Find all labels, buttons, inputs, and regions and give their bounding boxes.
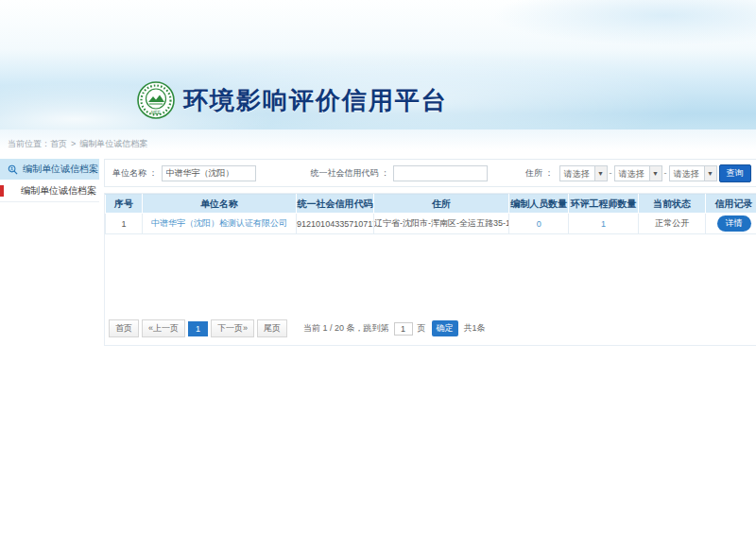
- cell-address: 辽宁省-沈阳市-浑南区-全运五路35-1号楼902: [374, 214, 509, 234]
- credit-code-input[interactable]: [393, 165, 488, 181]
- page-jump-input[interactable]: [394, 322, 413, 336]
- district-select-value: 请选择: [670, 166, 704, 181]
- chevron-down-icon: ▼: [649, 166, 662, 181]
- current-page-button[interactable]: 1: [188, 321, 208, 336]
- page-unit-label: 页: [418, 322, 426, 335]
- person-search-icon: [8, 164, 18, 175]
- active-item-marker: [0, 185, 4, 197]
- jump-confirm-button[interactable]: 确定: [432, 320, 458, 336]
- table-header-row: 序号 单位名称 统一社会信用代码 住所 编制人员数量 环评工程师数量 当前状态 …: [106, 195, 756, 214]
- table-row: 1 中谱华宇（沈阳）检测认证有限公司 91210104335710717K 辽宁…: [106, 214, 756, 234]
- results-table: 序号 单位名称 统一社会信用代码 住所 编制人员数量 环评工程师数量 当前状态 …: [105, 194, 756, 234]
- sidebar: 编制单位诚信档案 编制单位诚信档案: [0, 159, 99, 202]
- address-select-district[interactable]: 请选择 ▼: [669, 165, 717, 181]
- col-header-credit-code: 统一社会信用代码: [297, 195, 374, 214]
- results-box: 序号 单位名称 统一社会信用代码 住所 编制人员数量 环评工程师数量 当前状态 …: [104, 193, 756, 346]
- col-header-credit-record: 信用记录: [706, 195, 756, 214]
- svg-text:MEE: MEE: [151, 111, 161, 115]
- col-header-index: 序号: [106, 195, 143, 214]
- sidebar-item-archive[interactable]: 编制单位诚信档案: [0, 181, 99, 202]
- col-header-unit-name: 单位名称: [142, 195, 296, 214]
- chevron-down-icon: ▼: [704, 166, 716, 181]
- breadcrumb-current: 编制单位诚信档案: [79, 139, 147, 148]
- first-page-button[interactable]: 首页: [109, 319, 139, 337]
- chevron-down-icon: ▼: [594, 166, 607, 181]
- cell-credit-code: 91210104335710717K: [297, 214, 374, 234]
- main-panel: 单位名称 ： 统一社会信用代码 ： 住所 ： 请选择 ▼ - 请选择 ▼ - 请…: [104, 159, 756, 346]
- table-empty-area: [105, 234, 756, 316]
- last-page-button[interactable]: 尾页: [257, 319, 287, 337]
- breadcrumb-home-link[interactable]: 首页: [50, 139, 67, 148]
- pagination: 首页 «上一页 1 下一页» 尾页 当前 1 / 20 条，跳到第 页 确定 共…: [105, 316, 756, 345]
- sidebar-header-archive[interactable]: 编制单位诚信档案: [0, 159, 99, 181]
- province-select-value: 请选择: [560, 166, 594, 181]
- select-separator: -: [610, 168, 612, 178]
- breadcrumb: 当前位置：首页>编制单位诚信档案: [0, 129, 756, 156]
- unit-name-label: 单位名称 ：: [112, 167, 158, 180]
- pagination-info: 当前 1 / 20 条，跳到第: [303, 322, 389, 335]
- city-select-value: 请选择: [615, 166, 649, 181]
- col-header-staff-count: 编制人员数量: [509, 195, 569, 214]
- next-page-button[interactable]: 下一页»: [211, 319, 254, 337]
- detail-button[interactable]: 详情: [717, 215, 751, 232]
- sidebar-item-label: 编制单位诚信档案: [21, 184, 96, 198]
- sidebar-header-label: 编制单位诚信档案: [23, 163, 98, 176]
- prev-page-button[interactable]: «上一页: [142, 319, 185, 337]
- address-select-province[interactable]: 请选择 ▼: [559, 165, 608, 181]
- cell-index: 1: [106, 214, 143, 234]
- banner: MEE 环境影响评价信用平台: [0, 0, 756, 129]
- page-title: 环境影响评价信用平台: [183, 84, 448, 117]
- address-select-city[interactable]: 请选择 ▼: [614, 165, 662, 181]
- search-form: 单位名称 ： 统一社会信用代码 ： 住所 ： 请选择 ▼ - 请选择 ▼ - 请…: [104, 159, 756, 187]
- query-button[interactable]: 查询: [719, 164, 751, 182]
- credit-code-label: 统一社会信用代码 ：: [311, 167, 390, 180]
- engineer-count-link[interactable]: 1: [601, 219, 606, 229]
- breadcrumb-prefix: 当前位置：: [8, 139, 50, 148]
- cell-status: 正常公开: [638, 214, 706, 234]
- breadcrumb-separator: >: [71, 139, 76, 148]
- content-area: 编制单位诚信档案 编制单位诚信档案 单位名称 ： 统一社会信用代码 ： 住所 ：…: [0, 159, 756, 346]
- unit-name-input[interactable]: [162, 165, 256, 181]
- brand: MEE 环境影响评价信用平台: [137, 81, 448, 119]
- mee-logo-icon: MEE: [137, 81, 175, 119]
- total-records-label: 共1条: [464, 322, 486, 335]
- col-header-engineer-count: 环评工程师数量: [569, 195, 639, 214]
- col-header-status: 当前状态: [638, 195, 706, 214]
- col-header-address: 住所: [374, 195, 509, 214]
- staff-count-link[interactable]: 0: [537, 219, 541, 229]
- address-label: 住所 ：: [525, 167, 554, 180]
- select-separator: -: [664, 168, 667, 178]
- unit-name-link[interactable]: 中谱华宇（沈阳）检测认证有限公司: [151, 218, 287, 228]
